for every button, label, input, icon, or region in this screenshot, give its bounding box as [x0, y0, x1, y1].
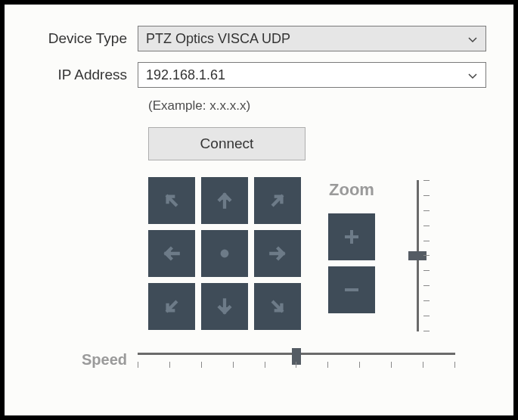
pan-down-right-button[interactable] [254, 283, 301, 330]
arrow-up-left-icon [162, 191, 181, 210]
speed-row: Speed [32, 348, 486, 371]
zoom-label: Zoom [328, 180, 375, 200]
pad-row: Zoom [148, 177, 486, 331]
zoom-slider-track [417, 180, 419, 331]
connect-button-label: Connect [200, 135, 254, 152]
ip-address-label: IP Address [32, 67, 138, 83]
dot-icon [215, 244, 234, 263]
controls-region: Connect [148, 127, 486, 331]
speed-slider-ticks [138, 362, 455, 368]
speed-slider[interactable] [138, 348, 455, 371]
pan-up-right-button[interactable] [254, 177, 301, 224]
pan-right-button[interactable] [254, 230, 301, 277]
zoom-slider-ticks [423, 180, 431, 331]
ip-address-row: IP Address 192.168.1.61 [32, 62, 486, 88]
arrow-down-right-icon [268, 297, 287, 316]
ip-address-value: 192.168.1.61 [146, 67, 225, 83]
arrow-left-icon [162, 244, 181, 263]
plus-icon [343, 228, 361, 246]
pan-up-left-button[interactable] [148, 177, 195, 224]
pan-down-left-button[interactable] [148, 283, 195, 330]
arrow-right-icon [268, 244, 287, 263]
pan-left-button[interactable] [148, 230, 195, 277]
arrow-down-icon [215, 297, 234, 316]
connect-button[interactable]: Connect [148, 127, 306, 160]
minus-icon [343, 281, 361, 299]
arrow-up-right-icon [268, 191, 287, 210]
ptz-control-panel: Device Type PTZ Optics VISCA UDP IP Addr… [0, 0, 518, 420]
pan-down-button[interactable] [201, 283, 248, 330]
zoom-column: Zoom [328, 177, 375, 319]
device-type-dropdown[interactable]: PTZ Optics VISCA UDP [138, 26, 486, 51]
zoom-out-button[interactable] [328, 266, 375, 313]
ip-address-dropdown[interactable]: 192.168.1.61 [138, 62, 486, 88]
zoom-slider[interactable] [405, 180, 430, 331]
speed-label: Speed [32, 351, 138, 369]
ip-example-text: (Example: x.x.x.x) [148, 98, 486, 114]
zoom-in-button[interactable] [328, 213, 375, 260]
arrow-down-left-icon [162, 297, 181, 316]
direction-pad [148, 177, 301, 330]
device-type-row: Device Type PTZ Optics VISCA UDP [32, 26, 486, 51]
chevron-down-icon [467, 70, 478, 80]
device-type-value: PTZ Optics VISCA UDP [146, 31, 290, 47]
device-type-label: Device Type [32, 30, 138, 47]
pan-up-button[interactable] [201, 177, 248, 224]
chevron-down-icon [467, 33, 478, 44]
arrow-up-icon [215, 191, 234, 210]
pan-home-button[interactable] [201, 230, 248, 277]
svg-point-0 [221, 250, 229, 258]
